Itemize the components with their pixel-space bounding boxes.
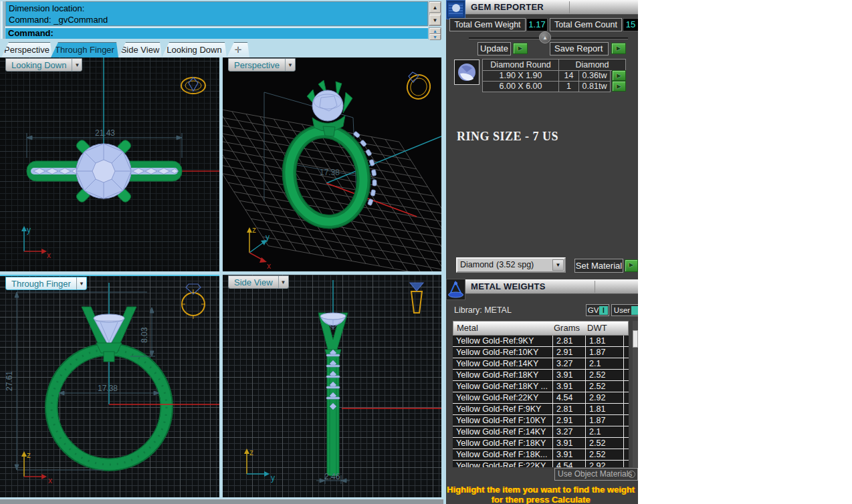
gem-weight[interactable]: 0.81tw [578,81,611,92]
material-select[interactable]: Diamond (3.52 spg) ▼ [456,257,566,273]
metal-table[interactable]: Yellow Gold-Ref:9KY 2.81 1.81 Yellow Gol… [453,336,629,467]
gem-count[interactable]: 1 [558,81,579,92]
svg-text:x: x [47,251,51,260]
gem-size[interactable]: 6.00 X 6.00 [482,81,559,92]
svg-text:x: x [48,476,52,485]
metal-table-row[interactable]: Yellow Gold-Ref:22KY 4.54 2.92 [453,392,629,404]
save-report-go-button[interactable] [611,43,626,54]
tab-add[interactable]: ✛ [227,42,249,57]
update-go-button[interactable] [513,43,528,54]
use-object-materials-select[interactable]: Use Object Materials [554,468,638,481]
command-history[interactable]: Dimension location: Command: _gvCommand [5,1,428,26]
ring-side-view[interactable] [318,313,348,476]
scrollbar-thumb[interactable] [633,330,638,348]
dim-width-label: 2.46 [324,472,340,481]
gem-image [455,60,479,84]
metal-table-row[interactable]: Yellow Gold-Ref F:18K... 3.91 2.52 [453,449,629,461]
gem-reporter-icon[interactable] [446,0,465,19]
gem-weight[interactable]: 0.36tw [578,70,611,82]
metal-table-row[interactable]: Yellow Gold-Ref F:18KY 3.91 2.52 [453,438,629,449]
panel-grip[interactable] [1,1,5,39]
perspective-canvas: 17.38 [223,57,441,271]
set-material-button[interactable]: Set Material [574,259,623,273]
chevron-down-icon[interactable]: ▼ [76,277,86,289]
spin-up-icon[interactable]: ▲ [429,28,441,34]
dropdown-arrow-icon[interactable]: ▼ [552,259,564,271]
viewport-looking-down[interactable]: 21.43 [0,57,219,271]
ring-orientation-icon [404,72,433,102]
gem-count[interactable]: 14 [558,70,579,82]
viewport-side-view[interactable]: 2.46 z y Side View ▼ [223,275,441,497]
side-panel: GEM REPORTER Total Gem Weight 1.17 Total… [443,0,638,504]
metal-table-row[interactable]: Yellow Gold-Ref F:22KY 4.54 2.92 [453,461,629,467]
update-button[interactable]: Update [477,42,511,55]
gem-row-go-button[interactable] [612,70,626,81]
viewport-tabbar: Perspective Through Finger Side View Loo… [0,40,443,57]
user-button[interactable]: User [611,304,638,316]
metal-table-row[interactable]: Yellow Gold-Ref F:9KY 2.81 1.81 [453,404,629,415]
chevron-down-icon[interactable]: ▼ [278,276,288,288]
tab-looking-down[interactable]: Looking Down [162,42,227,57]
command-area: Dimension location: Command: _gvCommand … [0,0,443,40]
status-strip [0,499,446,504]
chevron-down-icon[interactable]: ▼ [72,59,82,71]
tab-side-view[interactable]: Side View [118,42,162,57]
ring-3d[interactable] [274,80,378,235]
tab-through-finger[interactable]: Through Finger [51,42,118,57]
scale-icon [447,279,465,299]
metal-table-row[interactable]: Yellow Gold-Ref:18KY ... 3.91 2.52 [453,381,629,392]
ring-orientation-icon [410,283,423,313]
looking-down-canvas: 21.43 [0,57,219,271]
svg-text:z: z [252,225,256,235]
viewport-through-finger[interactable]: 27.61 8.03 17.38 z x [0,275,219,497]
cad-application: Dimension location: Command: _gvCommand … [0,0,443,504]
dim-height-label: 27.61 [5,371,14,391]
metal-weights-header[interactable]: METAL WEIGHTS [465,279,638,294]
gem-col-header: Diamond [558,59,626,71]
axis-indicator: z y x [247,225,271,271]
viewport-perspective[interactable]: 17.38 [223,57,441,271]
metal-table-scrollbar[interactable] [633,321,638,467]
dim-width-label: 21.43 [95,128,115,138]
gv-button[interactable]: GV I [586,304,609,316]
svg-text:z: z [27,451,31,460]
metal-table-row[interactable]: Yellow Gold-Ref:14KY 3.27 2.1 [453,358,629,370]
save-report-button[interactable]: Save Report [550,42,609,55]
gem-row-go-button[interactable] [612,81,626,92]
viewport-label-side-view[interactable]: Side View ▼ [228,275,289,289]
gem-col-header: Diamond Round [482,59,559,71]
metal-weights-icon[interactable] [446,279,465,300]
gem-icon [447,1,465,19]
svg-text:y: y [27,225,31,235]
chevron-down-icon[interactable]: ▼ [285,59,295,71]
gem-size[interactable]: 1.90 X 1.90 [482,70,559,82]
command-input[interactable]: Command: [5,27,428,39]
spin-down-icon[interactable]: ▼ [429,34,441,40]
viewport-label-perspective[interactable]: Perspective ▼ [228,58,296,72]
user-indicator [631,306,638,315]
ring-orientation-icon [181,78,205,94]
svg-text:y: y [265,233,270,242]
metal-table-row[interactable]: Yellow Gold-Ref F:10KY 2.91 1.87 [453,415,629,426]
gem-reporter-title: GEM REPORTER [471,2,544,12]
dim-label: 17.38 [320,168,340,177]
metal-table-row[interactable]: Yellow Gold-Ref:10KY 2.91 1.87 [453,347,629,358]
command-history-scrollbar[interactable]: ▲ ▼ [429,1,441,26]
scroll-down-icon[interactable]: ▼ [429,15,441,25]
tab-perspective[interactable]: Perspective [1,42,52,57]
radio-icon[interactable] [628,471,635,478]
panel-divider[interactable] [443,0,446,504]
gem-thumbnail[interactable] [454,59,480,85]
center-gem-top-view[interactable] [76,144,131,199]
viewport-label-looking-down[interactable]: Looking Down ▼ [5,58,82,72]
metal-table-row[interactable]: Yellow Gold-Ref:9KY 2.81 1.81 [453,336,629,347]
command-spinner[interactable]: ▲ ▼ [429,27,441,39]
command-history-line: Dimension location: [9,3,425,14]
set-material-go-button[interactable] [625,259,638,272]
metal-table-row[interactable]: Yellow Gold-Ref:18KY 3.91 2.52 [453,370,629,381]
total-gem-count-label: Total Gem Count [550,18,622,31]
viewport-label-through-finger[interactable]: Through Finger ▼ [5,277,87,290]
scroll-up-icon[interactable]: ▲ [429,2,441,13]
metal-table-row[interactable]: Yellow Gold-Ref F:14KY 3.27 2.1 [453,426,629,438]
gem-reporter-header[interactable]: GEM REPORTER [465,0,638,15]
